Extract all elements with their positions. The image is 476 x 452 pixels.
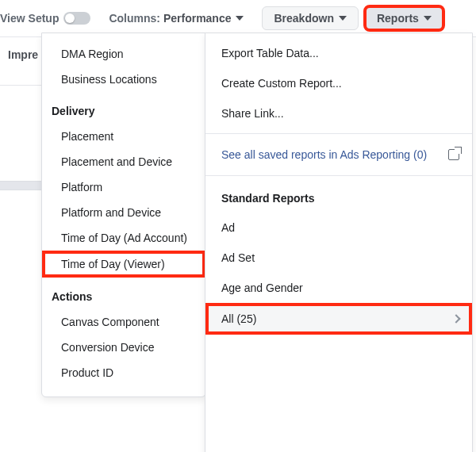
- menu-item-report-adset[interactable]: Ad Set: [205, 243, 472, 273]
- menu-item-placement-device[interactable]: Placement and Device: [42, 149, 205, 174]
- reports-menu: Export Table Data... Create Custom Repor…: [205, 33, 473, 452]
- menu-item-platform[interactable]: Platform: [42, 174, 205, 200]
- divider: [205, 133, 472, 134]
- menu-item-report-ad[interactable]: Ad: [205, 213, 472, 243]
- columns-dropdown[interactable]: Columns: Performance: [97, 6, 255, 30]
- external-link-icon: [448, 149, 459, 160]
- chevron-down-icon: [339, 16, 347, 21]
- menu-item-report-age-gender[interactable]: Age and Gender: [205, 273, 472, 303]
- menu-item-dma-region[interactable]: DMA Region: [42, 41, 205, 67]
- view-setup-toggle[interactable]: View Setup: [0, 12, 90, 25]
- view-setup-label: View Setup: [0, 12, 59, 25]
- menu-section-actions: Actions: [42, 278, 205, 309]
- menu-item-share-link[interactable]: Share Link...: [205, 98, 472, 128]
- toolbar: View Setup Columns: Performance Breakdow…: [0, 0, 476, 37]
- chevron-down-icon: [236, 16, 244, 21]
- breakdown-dropdown[interactable]: Breakdown: [262, 6, 358, 30]
- standard-reports-header: Standard Reports: [205, 181, 472, 213]
- menu-item-canvas-component[interactable]: Canvas Component: [42, 309, 205, 335]
- menu-item-product-id[interactable]: Product ID: [42, 360, 205, 385]
- menu-item-business-locations[interactable]: Business Locations: [42, 67, 205, 92]
- menu-item-export-table[interactable]: Export Table Data...: [205, 38, 472, 68]
- menu-item-report-all[interactable]: All (25): [205, 303, 472, 335]
- chevron-right-icon: [451, 314, 460, 323]
- menu-item-platform-device[interactable]: Platform and Device: [42, 200, 205, 225]
- chevron-down-icon: [424, 16, 432, 21]
- menu-item-conversion-device[interactable]: Conversion Device: [42, 335, 205, 360]
- menu-item-create-report[interactable]: Create Custom Report...: [205, 68, 472, 98]
- menu-item-saved-reports[interactable]: See all saved reports in Ads Reporting (…: [205, 139, 472, 170]
- columns-menu: DMA Region Business Locations Delivery P…: [41, 33, 206, 397]
- toggle-icon[interactable]: [63, 12, 90, 25]
- reports-dropdown[interactable]: Reports: [365, 6, 443, 30]
- menu-item-tod-viewer[interactable]: Time of Day (Viewer): [42, 251, 205, 278]
- divider: [205, 175, 472, 176]
- menu-item-tod-account[interactable]: Time of Day (Ad Account): [42, 225, 205, 251]
- menu-item-placement[interactable]: Placement: [42, 124, 205, 149]
- menu-section-delivery: Delivery: [42, 92, 205, 124]
